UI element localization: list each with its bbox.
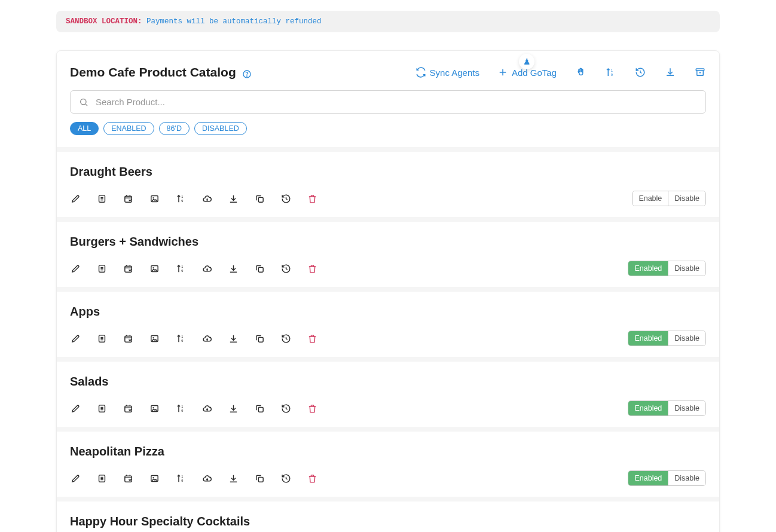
sort-numeric-icon[interactable]: 19	[604, 66, 616, 78]
category-section: Happy Hour Specialty Cocktails	[57, 497, 719, 532]
filter-pills: ALL ENABLED 86'D DISABLED	[57, 122, 719, 147]
list-icon[interactable]	[96, 193, 107, 204]
history-icon[interactable]	[280, 473, 291, 484]
edit-icon[interactable]	[70, 193, 81, 204]
edit-icon[interactable]	[70, 263, 81, 274]
disable-button[interactable]: Disable	[668, 261, 705, 276]
header-toolbar: Sync Agents ♟ Add GoTag 19	[416, 66, 706, 78]
svg-point-1	[246, 76, 247, 77]
sort-icon[interactable]	[175, 333, 186, 344]
search-input[interactable]	[96, 97, 697, 107]
edit-icon[interactable]	[70, 473, 81, 484]
history-icon[interactable]	[634, 66, 646, 78]
enable-button[interactable]: Enabled	[628, 471, 668, 485]
image-icon[interactable]	[149, 333, 160, 344]
download-icon[interactable]	[664, 66, 676, 78]
copy-icon[interactable]	[254, 193, 265, 204]
disable-button[interactable]: Disable	[668, 191, 705, 206]
image-icon[interactable]	[149, 403, 160, 414]
add-gotag-button[interactable]: ♟ Add GoTag	[497, 67, 557, 78]
cloud-download-icon[interactable]	[201, 193, 212, 204]
sync-agents-label: Sync Agents	[430, 68, 479, 78]
copy-icon[interactable]	[254, 263, 265, 274]
schedule-icon[interactable]	[123, 473, 133, 484]
cloud-download-icon[interactable]	[201, 403, 212, 414]
category-toolbar: EnabledDisable	[70, 400, 706, 416]
schedule-icon[interactable]	[123, 403, 133, 414]
image-icon[interactable]	[149, 193, 160, 204]
history-icon[interactable]	[280, 403, 291, 414]
sort-icon[interactable]	[175, 403, 186, 414]
list-icon[interactable]	[96, 263, 107, 274]
category-icon-group	[70, 403, 317, 414]
sort-icon[interactable]	[175, 263, 186, 274]
disable-button[interactable]: Disable	[668, 331, 705, 346]
download-icon[interactable]	[228, 263, 239, 274]
category-toolbar: EnabledDisable	[70, 261, 706, 276]
sandbox-message: Payments will be automatically refunded	[146, 17, 322, 26]
trash-icon[interactable]	[307, 333, 317, 344]
enable-button[interactable]: Enabled	[628, 331, 668, 346]
category-title: Draught Beers	[70, 165, 706, 179]
category-section: Burgers + SandwichesEnabledDisable	[57, 217, 719, 287]
enable-toggle: EnabledDisable	[628, 261, 706, 276]
list-icon[interactable]	[96, 403, 107, 414]
category-icon-group	[70, 473, 317, 484]
schedule-icon[interactable]	[123, 263, 133, 274]
sandbox-banner: SANDBOX LOCATION: Payments will be autom…	[56, 11, 720, 32]
edit-icon[interactable]	[70, 403, 81, 414]
schedule-icon[interactable]	[123, 193, 133, 204]
list-icon[interactable]	[96, 333, 107, 344]
category-toolbar: EnableDisable	[70, 191, 706, 206]
trash-icon[interactable]	[307, 193, 317, 204]
filter-enabled[interactable]: ENABLED	[103, 122, 154, 135]
sync-agents-button[interactable]: Sync Agents	[416, 67, 479, 78]
edit-icon[interactable]	[70, 333, 81, 344]
copy-icon[interactable]	[254, 403, 265, 414]
enable-toggle: EnabledDisable	[628, 331, 706, 346]
filter-86d[interactable]: 86'D	[159, 122, 190, 135]
archive-icon[interactable]	[694, 66, 706, 78]
sort-icon[interactable]	[175, 193, 186, 204]
history-icon[interactable]	[280, 193, 291, 204]
enable-toggle: EnabledDisable	[628, 470, 706, 486]
gotag-badge-icon: ♟	[519, 54, 534, 69]
copy-icon[interactable]	[254, 473, 265, 484]
disable-button[interactable]: Disable	[668, 401, 705, 415]
search-input-wrap[interactable]	[70, 90, 706, 114]
trash-icon[interactable]	[307, 473, 317, 484]
trash-icon[interactable]	[307, 403, 317, 414]
category-section: SaladsEnabledDisable	[57, 357, 719, 427]
cloud-download-icon[interactable]	[201, 333, 212, 344]
download-icon[interactable]	[228, 193, 239, 204]
cloud-download-icon[interactable]	[201, 263, 212, 274]
category-icon-group	[70, 263, 317, 274]
history-icon[interactable]	[280, 263, 291, 274]
filter-all[interactable]: ALL	[70, 122, 99, 135]
hand-icon[interactable]	[575, 66, 586, 78]
image-icon[interactable]	[149, 263, 160, 274]
history-icon[interactable]	[280, 333, 291, 344]
help-icon[interactable]	[242, 68, 252, 77]
image-icon[interactable]	[149, 473, 160, 484]
page-title-text: Demo Cafe Product Catalog	[70, 65, 236, 80]
sync-icon	[416, 67, 426, 78]
cloud-download-icon[interactable]	[201, 473, 212, 484]
trash-icon[interactable]	[307, 263, 317, 274]
schedule-icon[interactable]	[123, 333, 133, 344]
enable-button[interactable]: Enabled	[628, 261, 668, 276]
svg-text:9: 9	[611, 73, 613, 77]
download-icon[interactable]	[228, 333, 239, 344]
enable-button[interactable]: Enable	[633, 191, 668, 206]
sort-icon[interactable]	[175, 473, 186, 484]
filter-disabled[interactable]: DISABLED	[194, 122, 247, 135]
catalog-card: Demo Cafe Product Catalog Sync Agents ♟ …	[56, 50, 720, 532]
download-icon[interactable]	[228, 403, 239, 414]
list-icon[interactable]	[96, 473, 107, 484]
copy-icon[interactable]	[254, 333, 265, 344]
download-icon[interactable]	[228, 473, 239, 484]
enable-button[interactable]: Enabled	[628, 401, 668, 415]
category-icon-group	[70, 333, 317, 344]
disable-button[interactable]: Disable	[668, 471, 705, 485]
category-title: Neapolitan Pizza	[70, 445, 706, 458]
